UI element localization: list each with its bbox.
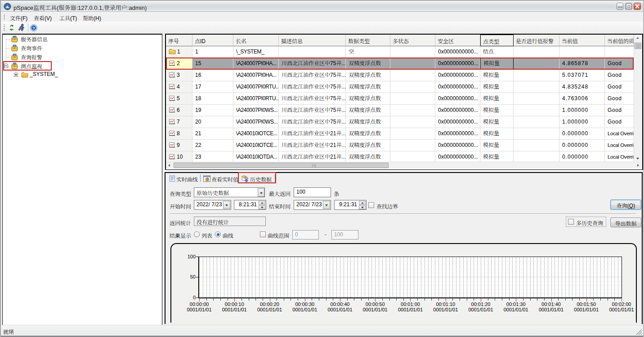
svg-text:100: 100: [188, 254, 196, 259]
svg-text:0001/01/01: 0001/01/01: [398, 307, 423, 312]
svg-text:00:01:00: 00:01:00: [401, 302, 420, 307]
svg-text:0001/01/01: 0001/01/01: [539, 307, 564, 312]
svg-text:00:00:50: 00:00:50: [366, 302, 385, 307]
svg-text:00:00:10: 00:00:10: [225, 302, 244, 307]
svg-text:00:01:20: 00:01:20: [471, 302, 491, 307]
svg-text:00:01:40: 00:01:40: [541, 302, 561, 307]
svg-text:0001/01/01: 0001/01/01: [468, 307, 493, 312]
svg-text:00:01:50: 00:01:50: [577, 302, 596, 307]
svg-text:0001/01/01: 0001/01/01: [292, 307, 317, 312]
svg-text:0001/01/01: 0001/01/01: [363, 307, 388, 312]
svg-text:00:02:00: 00:02:00: [612, 302, 631, 307]
svg-text:00:00:00: 00:00:00: [190, 302, 209, 307]
svg-text:0001/01/01: 0001/01/01: [609, 307, 634, 312]
svg-text:50: 50: [190, 274, 196, 279]
svg-text:0001/01/01: 0001/01/01: [504, 307, 528, 312]
svg-text:0001/01/01: 0001/01/01: [574, 307, 599, 312]
svg-text:00:00:40: 00:00:40: [331, 302, 350, 307]
svg-text:0001/01/01: 0001/01/01: [222, 307, 247, 312]
svg-text:00:01:10: 00:01:10: [436, 302, 455, 307]
svg-text:0001/01/01: 0001/01/01: [257, 307, 282, 312]
svg-text:0001/01/01: 0001/01/01: [433, 307, 458, 312]
svg-text:00:00:30: 00:00:30: [295, 302, 314, 307]
svg-text:00:01:30: 00:01:30: [506, 302, 526, 307]
svg-text:00:00:20: 00:00:20: [260, 302, 279, 307]
svg-text:0: 0: [193, 295, 196, 300]
svg-text:0001/01/01: 0001/01/01: [327, 307, 352, 312]
svg-text:0001/01/01: 0001/01/01: [187, 307, 211, 312]
